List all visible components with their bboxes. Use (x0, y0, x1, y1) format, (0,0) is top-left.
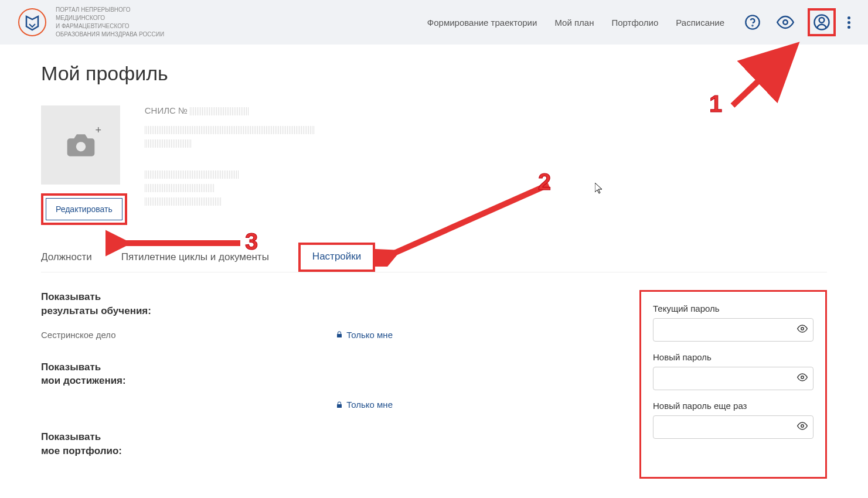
header-nav: Формирование траектории Мой план Портфол… (427, 8, 850, 36)
page-title: Мой профиль (41, 62, 827, 85)
tab-settings[interactable]: Настройки (312, 251, 361, 262)
password-change-box: Текущий пароль Новый пароль (639, 290, 827, 479)
svg-point-0 (19, 9, 46, 36)
new-password-input[interactable] (653, 367, 813, 390)
settings-left: Показывать результаты обучения: Сестринс… (41, 290, 581, 479)
annotation-box-1 (808, 8, 836, 36)
help-icon[interactable] (742, 12, 763, 33)
visibility-selector[interactable]: Только мне (336, 330, 393, 340)
settings-content: Показывать результаты обучения: Сестринс… (41, 290, 827, 479)
svg-point-9 (801, 425, 804, 428)
setting-show-achievements: Показывать мои достижения: Только мне (41, 360, 581, 410)
svg-point-6 (76, 142, 85, 151)
more-menu-icon[interactable] (847, 16, 850, 29)
nav-trajectory[interactable]: Формирование траектории (427, 18, 537, 28)
svg-point-7 (801, 328, 804, 330)
eye-icon[interactable] (797, 421, 808, 434)
nav-plan[interactable]: Мой план (554, 18, 594, 28)
setting-label: Показывать мои достижения: (41, 360, 581, 388)
repeat-password-input[interactable] (653, 415, 813, 439)
tab-positions[interactable]: Должности (41, 243, 92, 272)
svg-point-8 (801, 376, 804, 379)
current-password-input[interactable] (653, 318, 813, 342)
plus-icon: + (95, 124, 101, 137)
setting-label: Показывать результаты обучения: (41, 290, 581, 318)
logo-icon[interactable] (18, 8, 47, 37)
field-label: Текущий пароль (653, 303, 813, 313)
new-password-field: Новый пароль (653, 352, 813, 390)
svg-point-3 (783, 20, 788, 25)
annotation-box-2: Настройки (298, 243, 375, 272)
profile-icon[interactable] (811, 12, 832, 33)
profile-info: + Редактировать СНИЛС № (41, 105, 827, 225)
eye-icon[interactable] (797, 372, 808, 385)
header-left: ПОРТАЛ НЕПРЕРЫВНОГО МЕДИЦИНСКОГО И ФАРМА… (18, 6, 164, 39)
snils-value-redacted (190, 107, 249, 115)
field-label: Новый пароль (653, 352, 813, 362)
setting-label: Показывать мое портфолио: (41, 430, 581, 458)
redacted-text (145, 139, 192, 148)
app-header: ПОРТАЛ НЕПРЕРЫВНОГО МЕДИЦИНСКОГО И ФАРМА… (0, 0, 868, 45)
redacted-text (145, 184, 215, 192)
profile-details: СНИЛС № (145, 105, 315, 225)
setting-show-portfolio: Показывать мое портфолио: (41, 430, 581, 458)
field-label: Новый пароль еще раз (653, 401, 813, 411)
repeat-password-field: Новый пароль еще раз (653, 401, 813, 439)
profile-tabs: Должности Пятилетние циклы и документы Н… (41, 243, 827, 272)
avatar-upload[interactable]: + (41, 105, 120, 185)
current-password-field: Текущий пароль (653, 303, 813, 342)
avatar-section: + Редактировать (41, 105, 127, 225)
setting-show-results: Показывать результаты обучения: Сестринс… (41, 290, 581, 340)
edit-button[interactable]: Редактировать (46, 198, 122, 220)
eye-icon[interactable] (797, 323, 808, 336)
visibility-icon[interactable] (775, 12, 796, 33)
visibility-selector[interactable]: Только мне (336, 400, 393, 410)
lock-icon (336, 331, 343, 338)
lock-icon (336, 401, 343, 408)
svg-point-5 (819, 18, 825, 23)
nav-schedule[interactable]: Расписание (676, 18, 724, 28)
redacted-text (145, 170, 239, 179)
redacted-text (145, 126, 315, 134)
specialty-name: Сестринское дело (41, 330, 116, 340)
redacted-text (145, 197, 221, 206)
logo-text: ПОРТАЛ НЕПРЕРЫВНОГО МЕДИЦИНСКОГО И ФАРМА… (56, 6, 164, 39)
header-icons (742, 8, 850, 36)
tab-cycles[interactable]: Пятилетние циклы и документы (121, 243, 269, 272)
nav-portfolio[interactable]: Портфолио (611, 18, 658, 28)
snils-label: СНИЛС № (145, 105, 188, 115)
svg-point-2 (752, 25, 753, 26)
annotation-box-3: Редактировать (41, 193, 127, 225)
main-content: Мой профиль + Редактировать СНИЛС № (0, 45, 868, 496)
